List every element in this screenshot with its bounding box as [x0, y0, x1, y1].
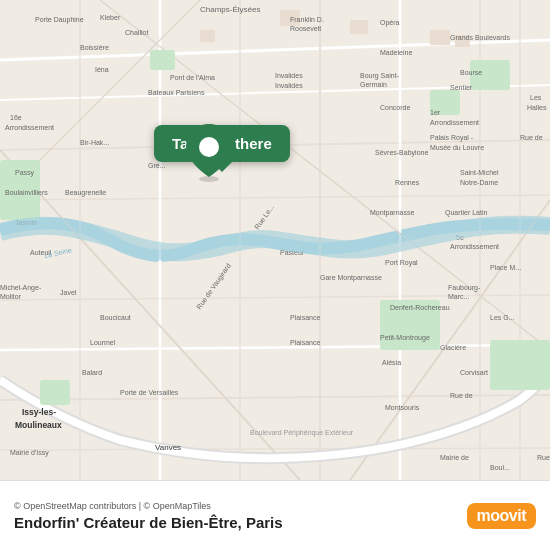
svg-text:Musée du Louvre: Musée du Louvre — [430, 144, 484, 151]
svg-text:Port Royal: Port Royal — [385, 259, 418, 267]
svg-rect-31 — [200, 30, 215, 42]
svg-text:Madeleine: Madeleine — [380, 49, 412, 56]
svg-text:Franklin D.: Franklin D. — [290, 16, 324, 23]
svg-text:Kleber: Kleber — [100, 14, 121, 21]
svg-text:Concorde: Concorde — [380, 104, 410, 111]
svg-text:Gre...: Gre... — [148, 162, 166, 169]
svg-text:Beaugrenelle: Beaugrenelle — [65, 189, 106, 197]
svg-text:Plaisance: Plaisance — [290, 314, 320, 321]
svg-rect-29 — [350, 20, 368, 34]
svg-text:Grands Boulevards: Grands Boulevards — [450, 34, 510, 41]
svg-text:Sentier: Sentier — [450, 84, 473, 91]
svg-text:Pont de l'Alma: Pont de l'Alma — [170, 74, 215, 81]
svg-text:Rue de: Rue de — [520, 134, 543, 141]
svg-text:Alésia: Alésia — [382, 359, 401, 366]
svg-text:Mairie de: Mairie de — [440, 454, 469, 461]
svg-rect-25 — [40, 380, 70, 405]
svg-text:Corvisart: Corvisart — [460, 369, 488, 376]
svg-text:Passy: Passy — [15, 169, 35, 177]
svg-text:Palais Royal -: Palais Royal - — [430, 134, 474, 142]
svg-text:Bourse: Bourse — [460, 69, 482, 76]
svg-text:Molitor: Molitor — [0, 293, 22, 300]
svg-text:Issy-les-: Issy-les- — [22, 407, 56, 417]
svg-text:Gare Montparnasse: Gare Montparnasse — [320, 274, 382, 282]
svg-text:Porte de Versailles: Porte de Versailles — [120, 389, 179, 396]
svg-text:Mairie d'Issy: Mairie d'Issy — [10, 449, 49, 457]
take-me-there-popup[interactable]: Take me there — [154, 125, 290, 162]
bottom-bar: © OpenStreetMap contributors | © OpenMap… — [0, 480, 550, 550]
svg-text:Montparnasse: Montparnasse — [370, 209, 414, 217]
svg-text:Plaisance: Plaisance — [290, 339, 320, 346]
svg-text:Quartier Latin: Quartier Latin — [445, 209, 488, 217]
svg-text:Arrondissement: Arrondissement — [450, 243, 499, 250]
svg-text:Champs-Élysées: Champs-Élysées — [200, 5, 260, 14]
svg-rect-26 — [150, 50, 175, 70]
svg-text:Boul...: Boul... — [490, 464, 510, 471]
svg-text:1er: 1er — [430, 109, 441, 116]
svg-text:Invalides: Invalides — [275, 72, 303, 79]
map-attribution: © OpenStreetMap contributors | © OpenMap… — [14, 501, 283, 511]
svg-text:Bateaux Parisiens: Bateaux Parisiens — [148, 89, 205, 96]
svg-text:Marc...: Marc... — [448, 293, 469, 300]
svg-text:Rennes: Rennes — [395, 179, 420, 186]
svg-text:Javel: Javel — [60, 289, 77, 296]
svg-text:Arrondissement: Arrondissement — [430, 119, 479, 126]
svg-text:Halles: Halles — [527, 104, 547, 111]
svg-text:Moulineaux: Moulineaux — [15, 420, 62, 430]
svg-text:Notre-Dame: Notre-Dame — [460, 179, 498, 186]
map-svg: Champs-Élysées Opéra Grands Boulevards M… — [0, 0, 550, 480]
svg-text:Glacière: Glacière — [440, 344, 466, 351]
svg-text:Porte Dauphine: Porte Dauphine — [35, 16, 84, 24]
svg-rect-23 — [490, 340, 550, 390]
svg-text:Rue: Rue — [537, 454, 550, 461]
svg-text:Montsouris: Montsouris — [385, 404, 420, 411]
moovit-logo[interactable]: moovit — [467, 503, 536, 529]
svg-text:Boucicaut: Boucicaut — [100, 314, 131, 321]
svg-text:Petit-Montrouge: Petit-Montrouge — [380, 334, 430, 342]
popup-label: Take me there — [172, 135, 272, 152]
svg-text:Boulainvilliers: Boulainvilliers — [5, 189, 48, 196]
svg-text:Invalides: Invalides — [275, 82, 303, 89]
svg-text:Faubourg-: Faubourg- — [448, 284, 481, 292]
svg-text:Bourg Saint-: Bourg Saint- — [360, 72, 400, 80]
location-name: Endorfin' Créateur de Bien-Être, Paris — [14, 514, 283, 531]
svg-text:Boulevard Périphérique Extérie: Boulevard Périphérique Extérieur — [250, 429, 354, 437]
svg-rect-27 — [430, 30, 450, 45]
map-container: Champs-Élysées Opéra Grands Boulevards M… — [0, 0, 550, 480]
svg-text:Opéra: Opéra — [380, 19, 400, 27]
svg-text:Chaillot: Chaillot — [125, 29, 148, 36]
svg-text:Sèvres-Babylone: Sèvres-Babylone — [375, 149, 428, 157]
svg-text:Place M...: Place M... — [490, 264, 521, 271]
svg-text:Les: Les — [530, 94, 542, 101]
svg-text:Michel-Ange-: Michel-Ange- — [0, 284, 42, 292]
svg-text:Les G...: Les G... — [490, 314, 515, 321]
svg-text:16e: 16e — [10, 114, 22, 121]
svg-text:Roosevelt: Roosevelt — [290, 25, 321, 32]
svg-text:Vanves: Vanves — [155, 443, 181, 452]
svg-text:Arrondissement: Arrondissement — [5, 124, 54, 131]
svg-text:Saint-Michel: Saint-Michel — [460, 169, 499, 176]
svg-text:Balard: Balard — [82, 369, 102, 376]
svg-text:Boissière: Boissière — [80, 44, 109, 51]
svg-text:Bir-Hak...: Bir-Hak... — [80, 139, 109, 146]
svg-text:Rue de: Rue de — [450, 392, 473, 399]
svg-text:Germain: Germain — [360, 81, 387, 88]
bottom-left: © OpenStreetMap contributors | © OpenMap… — [14, 501, 283, 531]
svg-text:Iéna: Iéna — [95, 66, 109, 73]
moovit-logo-text: moovit — [467, 503, 536, 529]
svg-text:Lourmel: Lourmel — [90, 339, 116, 346]
svg-text:Denfert-Rochereau: Denfert-Rochereau — [390, 304, 450, 311]
